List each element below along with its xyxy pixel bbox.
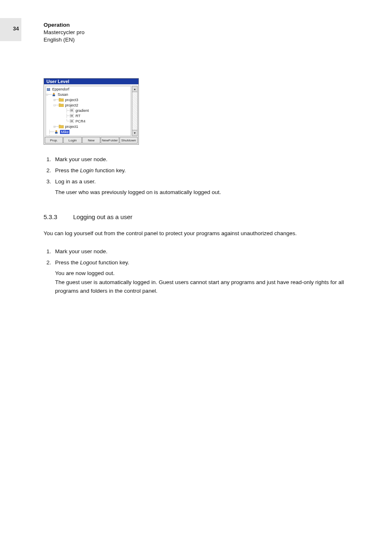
program-label: PCR4 xyxy=(76,119,85,123)
program-gradient[interactable]: ├─ gradient xyxy=(46,108,131,113)
page-number: 34 xyxy=(13,25,19,32)
svg-point-14 xyxy=(55,130,58,132)
folder-project2[interactable]: ⊟── project2 xyxy=(46,102,131,108)
login-button[interactable]: Login xyxy=(63,137,81,143)
svg-rect-9 xyxy=(71,115,71,117)
logout-result-2: The guest user is automatically logged i… xyxy=(55,278,367,296)
section-heading: 5.3.3Logging out as a user xyxy=(44,213,367,220)
user-node-mike[interactable]: ├── Mike xyxy=(46,129,131,134)
folder-label: project2 xyxy=(65,103,78,107)
folder-project3[interactable]: ⊞── project3 xyxy=(46,97,131,102)
svg-point-1 xyxy=(48,88,50,90)
logout-result-1: You are now logged out. xyxy=(55,269,367,278)
app-screenshot: User Level Mon15/2007 01.21:09pm Eppendo… xyxy=(44,78,139,145)
login-steps: Mark your user node. Press the Login fun… xyxy=(44,155,367,187)
folder-icon xyxy=(59,98,64,102)
header-lang: English (EN) xyxy=(44,36,85,44)
section-title: Logging out as a user xyxy=(73,213,132,220)
svg-rect-7 xyxy=(72,109,73,111)
logout-step-1: Mark your user node. xyxy=(53,247,367,257)
user-node-alice[interactable]: └── Alice xyxy=(46,134,131,136)
svg-point-3 xyxy=(53,92,55,95)
scrollbar[interactable]: ▲ ▼ xyxy=(132,86,138,136)
program-icon xyxy=(69,114,74,118)
page-number-tab: 34 xyxy=(0,18,21,41)
folder-project1[interactable]: ⊞── project1 xyxy=(46,124,131,129)
svg-rect-6 xyxy=(71,109,71,111)
user-label-selected: Mike xyxy=(60,130,69,134)
scroll-up-icon[interactable]: ▲ xyxy=(132,86,138,92)
function-key-bar: Prop. Login New NewFolder Shutdown xyxy=(45,137,138,143)
svg-rect-12 xyxy=(71,120,71,122)
svg-rect-13 xyxy=(72,120,73,122)
program-label: RT xyxy=(76,114,81,118)
header-title: Operation xyxy=(44,21,85,29)
scroll-track[interactable] xyxy=(132,92,138,130)
logout-steps: Mark your user node. Press the Logout fu… xyxy=(44,247,367,268)
page-header: Operation Mastercycler pro English (EN) xyxy=(44,21,85,44)
logout-intro: You can log yourself out from the contro… xyxy=(44,229,367,238)
svg-rect-2 xyxy=(47,90,50,91)
program-label: gradient xyxy=(76,109,89,113)
program-icon xyxy=(69,109,74,113)
new-button[interactable]: New xyxy=(82,137,100,143)
step-3-result: The user who was previously logged on is… xyxy=(55,188,367,197)
program-pcr4[interactable]: └─ PCR4 xyxy=(46,118,131,124)
step-2: Press the Login function key. xyxy=(53,166,367,176)
user-label: Susan xyxy=(58,92,68,97)
section-number: 5.3.3 xyxy=(44,213,73,220)
folder-label: project1 xyxy=(65,125,78,129)
content: User Level Mon15/2007 01.21:09pm Eppendo… xyxy=(44,78,367,296)
group-icon xyxy=(46,87,51,91)
program-rt[interactable]: ├─ RT xyxy=(46,113,131,118)
window-title: User Level xyxy=(44,79,138,84)
prop-button[interactable]: Prop. xyxy=(45,137,63,143)
user-icon xyxy=(54,135,59,136)
page: 34 Operation Mastercycler pro English (E… xyxy=(0,0,392,555)
step-3: Log in as a user. xyxy=(53,177,367,187)
step-1: Mark your user node. xyxy=(53,155,367,164)
window-body: Mon15/2007 01.21:09pm Eppendorf ⊟── Susa… xyxy=(44,84,138,144)
tree-root-label: Eppendorf xyxy=(52,87,69,91)
user-node-susan[interactable]: ⊟── Susan xyxy=(46,92,131,97)
user-icon xyxy=(54,130,59,134)
scroll-down-icon[interactable]: ▼ xyxy=(132,130,138,136)
svg-point-16 xyxy=(55,135,58,136)
shutdown-button[interactable]: Shutdown xyxy=(120,137,138,143)
logout-key-name: Logout xyxy=(80,259,97,266)
header-product: Mastercycler pro xyxy=(44,29,85,36)
user-icon xyxy=(51,92,56,97)
tree-root[interactable]: Eppendorf xyxy=(46,86,131,92)
newfolder-button[interactable]: NewFolder xyxy=(101,137,119,143)
folder-icon xyxy=(59,125,64,129)
user-label: Alice xyxy=(60,135,68,136)
svg-point-0 xyxy=(47,88,48,90)
program-icon xyxy=(69,119,74,123)
svg-rect-15 xyxy=(55,132,58,134)
logout-step-2: Press the Logout function key. xyxy=(53,258,367,268)
folder-label: project3 xyxy=(65,98,78,102)
svg-rect-10 xyxy=(72,115,73,117)
login-key-name: Login xyxy=(80,167,94,173)
folder-icon xyxy=(59,103,64,107)
svg-rect-4 xyxy=(53,95,55,96)
tree-view[interactable]: Eppendorf ⊟── Susan ⊞── project3 ⊟── xyxy=(46,86,131,136)
